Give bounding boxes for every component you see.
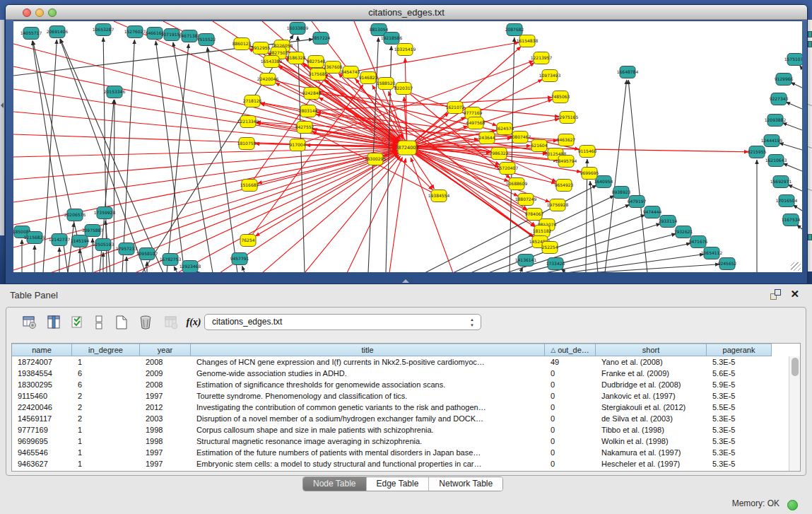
table-cell-pagerank[interactable]: 5.3E-5	[707, 424, 772, 436]
table-cell-outde[interactable]: 0	[545, 402, 596, 413]
column-header-outde[interactable]: △out_de…	[545, 344, 596, 356]
close-panel-icon[interactable]: ✕	[790, 288, 799, 300]
function-builder-button[interactable]: f(x)	[184, 313, 203, 332]
table-cell-indegree[interactable]: 1	[72, 458, 140, 469]
column-visibility-button[interactable]	[45, 313, 63, 332]
table-row[interactable]: 946362711997Embryonic stem cells: a mode…	[12, 458, 789, 469]
network-graph[interactable]: 1405571720691406106532871527602764661611…	[13, 21, 802, 272]
table-row[interactable]: 1872400712008Changes of HCN gene express…	[12, 356, 789, 368]
table-cell-name[interactable]: 22420046	[12, 402, 72, 413]
table-cell-pagerank[interactable]: 5.6E-5	[707, 368, 772, 379]
table-cell-short[interactable]: Franke et al. (2009)	[596, 368, 707, 379]
table-cell-short[interactable]: de Silva et al. (2003)	[596, 413, 707, 424]
table-cell-indegree[interactable]: 1	[72, 356, 140, 368]
column-header-pagerank[interactable]: pagerank	[707, 344, 772, 356]
scrollbar-thumb[interactable]	[792, 358, 799, 376]
table-cell-pagerank[interactable]: 5.9E-5	[707, 379, 772, 390]
table-row[interactable]: 969969511998Structural magnetic resonanc…	[12, 436, 789, 447]
table-cell-name[interactable]: 9465546	[12, 447, 72, 458]
table-cell-year[interactable]: 1997	[140, 458, 191, 469]
table-cell-indegree[interactable]: 2	[72, 413, 140, 424]
table-cell-outde[interactable]: 0	[545, 413, 596, 424]
table-cell-name[interactable]: 18300295	[12, 379, 72, 390]
float-panel-icon[interactable]	[770, 289, 781, 300]
table-cell-indegree[interactable]: 1	[72, 424, 140, 436]
table-cell-pagerank[interactable]: 5.3E-5	[707, 356, 772, 368]
table-cell-indegree[interactable]: 6	[72, 379, 140, 390]
column-header-title[interactable]: title	[191, 344, 545, 356]
table-cell-title[interactable]: Embryonic stem cells: a model to study s…	[191, 458, 545, 469]
table-cell-outde[interactable]: 0	[545, 458, 596, 469]
table-row[interactable]: 1938455462009Genome-wide association stu…	[12, 368, 789, 379]
table-cell-outde[interactable]: 49	[545, 356, 596, 368]
table-header-row[interactable]: namein_degreeyeartitle△out_de…shortpager…	[12, 344, 772, 356]
table-options-button[interactable]	[20, 313, 39, 332]
table-cell-outde[interactable]: 0	[545, 447, 596, 458]
column-header-short[interactable]: short	[596, 344, 707, 356]
new-table-button[interactable]	[112, 313, 131, 332]
table-cell-outde[interactable]: 0	[545, 368, 596, 379]
table-cell-title[interactable]: Estimation of significance thresholds fo…	[191, 379, 545, 390]
table-cell-title[interactable]: Tourette syndrome. Phenomenology and cla…	[191, 390, 545, 402]
table-cell-year[interactable]: 2003	[140, 413, 191, 424]
table-cell-pagerank[interactable]: 5.3E-5	[707, 458, 772, 469]
table-cell-year[interactable]: 2012	[140, 402, 191, 413]
collapse-arrow-icon[interactable]	[1, 103, 4, 108]
table-selector-combobox[interactable]: citations_edges.txt ▲▼	[204, 314, 481, 330]
column-header-name[interactable]: name	[12, 344, 72, 356]
table-cell-outde[interactable]: 0	[545, 390, 596, 402]
table-cell-short[interactable]: Tibbo et al. (1998)	[596, 424, 707, 436]
table-cell-year[interactable]: 2008	[140, 379, 191, 390]
tab-node-table[interactable]: Node Table	[303, 477, 367, 491]
splitter-handle[interactable]	[402, 279, 409, 283]
table-cell-short[interactable]: Dudbridge et al. (2008)	[596, 379, 707, 390]
tab-edge-table[interactable]: Edge Table	[367, 477, 430, 491]
table-row[interactable]: 1830029562008Estimation of significance …	[12, 379, 789, 390]
table-row[interactable]: 946554611997Estimation of the future num…	[12, 447, 789, 458]
table-cell-indegree[interactable]: 2	[72, 390, 140, 402]
select-rows-button[interactable]	[69, 313, 87, 332]
table-cell-title[interactable]: Investigating the contribution of common…	[191, 402, 545, 413]
table-cell-year[interactable]: 2008	[140, 356, 191, 368]
column-header-year[interactable]: year	[140, 344, 191, 356]
table-cell-pagerank[interactable]: 5.5E-5	[707, 402, 772, 413]
table-cell-pagerank[interactable]: 5.3E-5	[707, 436, 772, 447]
table-cell-name[interactable]: 14569117	[12, 413, 72, 424]
table-cell-outde[interactable]: 0	[545, 379, 596, 390]
vertical-scrollbar[interactable]	[789, 356, 800, 471]
network-canvas[interactable]: 1405571720691406106532871527602764661611…	[13, 21, 802, 272]
table-cell-short[interactable]: Hescheler et al. (1997)	[596, 458, 707, 469]
table-cell-year[interactable]: 1998	[140, 424, 191, 436]
table-cell-year[interactable]: 1997	[140, 390, 191, 402]
table-cell-pagerank[interactable]: 5.3E-5	[707, 390, 772, 402]
table-row[interactable]: 2242004622012Investigating the contribut…	[12, 402, 789, 413]
table-cell-title[interactable]: Estimation of the future numbers of pati…	[191, 447, 545, 458]
table-cell-indegree[interactable]: 2	[72, 402, 140, 413]
table-cell-title[interactable]: Structural magnetic resonance image aver…	[191, 436, 545, 447]
table-row[interactable]: 911546021997Tourette syndrome. Phenomeno…	[12, 390, 789, 402]
table-cell-title[interactable]: Corpus callosum shape and size in male p…	[191, 424, 545, 436]
table-cell-indegree[interactable]: 6	[72, 368, 140, 379]
table-cell-name[interactable]: 9777169	[12, 424, 72, 436]
table-body[interactable]: 1872400712008Changes of HCN gene express…	[12, 356, 789, 471]
table-cell-outde[interactable]: 0	[545, 436, 596, 447]
table-cell-name[interactable]: 9463627	[12, 458, 72, 469]
table-cell-indegree[interactable]: 1	[72, 447, 140, 458]
table-cell-outde[interactable]: 0	[545, 424, 596, 436]
table-cell-title[interactable]: Changes of HCN gene expression and I(f) …	[191, 356, 545, 368]
table-cell-name[interactable]: 9699695	[12, 436, 72, 447]
table-cell-pagerank[interactable]: 5.3E-5	[707, 413, 772, 424]
table-cell-short[interactable]: Nakamura et al. (1997)	[596, 447, 707, 458]
table-cell-indegree[interactable]: 1	[72, 436, 140, 447]
table-cell-name[interactable]: 18724007	[12, 356, 72, 368]
table-cell-pagerank[interactable]: 5.3E-5	[707, 447, 772, 458]
table-cell-short[interactable]: Wolkin et al. (1998)	[596, 436, 707, 447]
table-row[interactable]: 1456911722003Disruption of a novel membe…	[12, 413, 789, 424]
row-cells-button[interactable]	[90, 313, 108, 332]
delete-table-button[interactable]	[136, 313, 155, 332]
table-cell-name[interactable]: 9115460	[12, 390, 72, 402]
table-row[interactable]: 977716911998Corpus callosum shape and si…	[12, 424, 789, 436]
table-cell-year[interactable]: 1998	[140, 436, 191, 447]
table-cell-short[interactable]: Stergiakouli et al. (2012)	[596, 402, 707, 413]
window-resize-grip[interactable]	[791, 262, 801, 271]
